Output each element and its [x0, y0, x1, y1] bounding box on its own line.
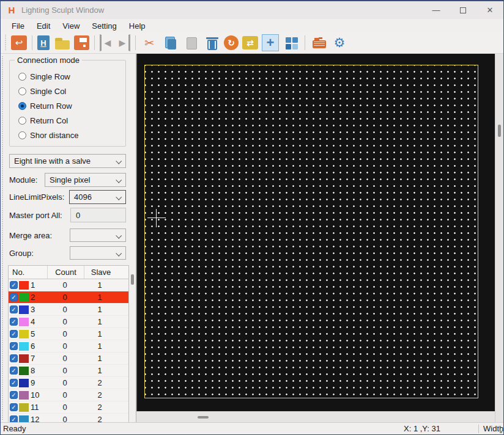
radio-button-icon[interactable]: [18, 117, 26, 125]
row-checkbox[interactable]: ✓: [10, 281, 18, 289]
table-row[interactable]: ✓902: [9, 377, 128, 389]
pixel-grid-area[interactable]: [144, 65, 478, 398]
table-row[interactable]: ✓501: [9, 328, 128, 340]
radio-button-icon[interactable]: [18, 102, 26, 110]
slave-table: No. Count Slave ✓101✓201✓301✓401✓501✓601…: [8, 265, 129, 422]
layout-canvas[interactable]: [136, 54, 495, 411]
vertical-scrollbar[interactable]: [495, 54, 503, 422]
cell-count: 0: [46, 378, 83, 387]
left-panel: Connection mode Single RowSingle ColRetu…: [1, 54, 136, 422]
machine-icon[interactable]: [310, 34, 327, 51]
table-row[interactable]: ✓201: [9, 291, 128, 304]
row-checkbox[interactable]: ✓: [10, 354, 18, 362]
line-limit-select[interactable]: 4096: [69, 190, 126, 204]
column-header-no[interactable]: No.: [9, 266, 48, 279]
color-swatch: [19, 293, 29, 302]
crosshair-icon[interactable]: +: [262, 34, 279, 51]
toolbar-grip[interactable]: [4, 35, 7, 51]
horizontal-scrollbar[interactable]: [136, 411, 495, 422]
row-checkbox[interactable]: ✓: [10, 403, 18, 411]
settings-gear-icon[interactable]: ⚙: [331, 34, 348, 51]
open-folder-icon[interactable]: [53, 34, 70, 51]
minimize-button[interactable]: —: [423, 1, 450, 19]
vertical-scrollbar-thumb[interactable]: [498, 125, 501, 137]
table-row[interactable]: ✓401: [9, 316, 128, 328]
radio-option-single-row[interactable]: Single Row: [18, 69, 125, 84]
status-ready: Ready: [1, 424, 404, 433]
menu-view[interactable]: View: [56, 20, 86, 32]
cell-no: 2: [30, 293, 46, 302]
merge-area-select[interactable]: [70, 228, 126, 242]
copy-icon[interactable]: [161, 34, 179, 51]
row-checkbox[interactable]: ✓: [10, 318, 18, 326]
row-checkbox[interactable]: ✓: [10, 293, 18, 301]
save-icon[interactable]: [74, 35, 89, 50]
redo-loop-icon[interactable]: ↻: [224, 35, 239, 50]
row-checkbox[interactable]: ✓: [10, 391, 18, 399]
maximize-button[interactable]: [450, 1, 476, 19]
toolbar-separator: [135, 35, 136, 50]
radio-option-single-col[interactable]: Single Col: [18, 84, 125, 98]
row-checkbox[interactable]: ✓: [10, 330, 18, 338]
radio-button-icon[interactable]: [18, 73, 26, 81]
new-file-icon[interactable]: H: [37, 35, 50, 50]
color-swatch: [19, 379, 29, 387]
swap-arrows-icon[interactable]: ⇄: [242, 36, 258, 49]
color-swatch: [19, 391, 29, 400]
row-checkbox[interactable]: ✓: [10, 367, 18, 375]
row-checkbox[interactable]: ✓: [10, 415, 18, 422]
group-select[interactable]: [70, 246, 126, 260]
column-header-slave[interactable]: Slave: [84, 266, 117, 279]
table-row[interactable]: ✓101: [9, 279, 128, 291]
color-swatch: [19, 281, 29, 290]
cell-count: 0: [46, 329, 83, 338]
cell-no: 10: [30, 390, 46, 400]
radio-button-icon[interactable]: [18, 131, 26, 139]
cell-count: 0: [46, 293, 83, 302]
table-scrollbar[interactable]: [129, 266, 136, 422]
table-row[interactable]: ✓601: [9, 340, 128, 353]
table-row[interactable]: ✓701: [9, 353, 128, 365]
table-row[interactable]: ✓1002: [9, 389, 128, 401]
menu-help[interactable]: Help: [123, 20, 152, 32]
delete-icon[interactable]: [203, 34, 220, 51]
module-select[interactable]: Single pixel: [45, 173, 126, 187]
return-box-icon[interactable]: ↩: [11, 35, 27, 50]
menu-file[interactable]: File: [6, 20, 31, 32]
tiles-icon[interactable]: [283, 34, 300, 51]
horizontal-scrollbar-thumb[interactable]: [198, 416, 209, 419]
radio-label: Single Col: [30, 87, 66, 96]
row-checkbox[interactable]: ✓: [10, 305, 18, 313]
table-row[interactable]: ✓1102: [9, 401, 128, 414]
radio-option-shor-distance[interactable]: Shor distance: [18, 128, 125, 142]
skip-forward-icon[interactable]: ▶: [117, 34, 130, 51]
line-mode-select[interactable]: Eight line with a salve: [9, 154, 126, 168]
paste-icon[interactable]: [182, 34, 199, 51]
color-swatch: [19, 367, 29, 375]
skip-back-icon[interactable]: ◀: [100, 34, 113, 51]
table-row[interactable]: ✓801: [9, 365, 128, 377]
row-checkbox[interactable]: ✓: [10, 379, 18, 387]
column-header-count[interactable]: Count: [48, 266, 84, 279]
toolbar: ↩H◀▶✂↻⇄+⚙: [1, 32, 503, 54]
radio-option-return-col[interactable]: Return Col: [18, 113, 125, 128]
cell-slave: 1: [83, 293, 116, 302]
table-row[interactable]: ✓1202: [9, 414, 128, 422]
cut-icon[interactable]: ✂: [141, 34, 158, 51]
close-button[interactable]: ✕: [476, 1, 503, 19]
table-row[interactable]: ✓301: [9, 304, 128, 316]
panel-grip[interactable]: [2, 56, 4, 420]
master-port-input[interactable]: 0: [70, 208, 126, 222]
cell-count: 0: [46, 390, 83, 400]
radio-option-return-row[interactable]: Return Row: [18, 98, 125, 113]
color-swatch: [19, 305, 29, 314]
table-scrollbar-thumb[interactable]: [131, 274, 134, 285]
radio-button-icon[interactable]: [18, 87, 26, 95]
resize-grip[interactable]: [500, 431, 502, 433]
master-port-value: 0: [76, 211, 80, 220]
module-value: Single pixel: [50, 175, 91, 185]
menu-setting[interactable]: Setting: [86, 20, 122, 32]
cell-slave: 2: [83, 415, 116, 422]
menu-edit[interactable]: Edit: [31, 20, 56, 32]
row-checkbox[interactable]: ✓: [10, 342, 18, 350]
